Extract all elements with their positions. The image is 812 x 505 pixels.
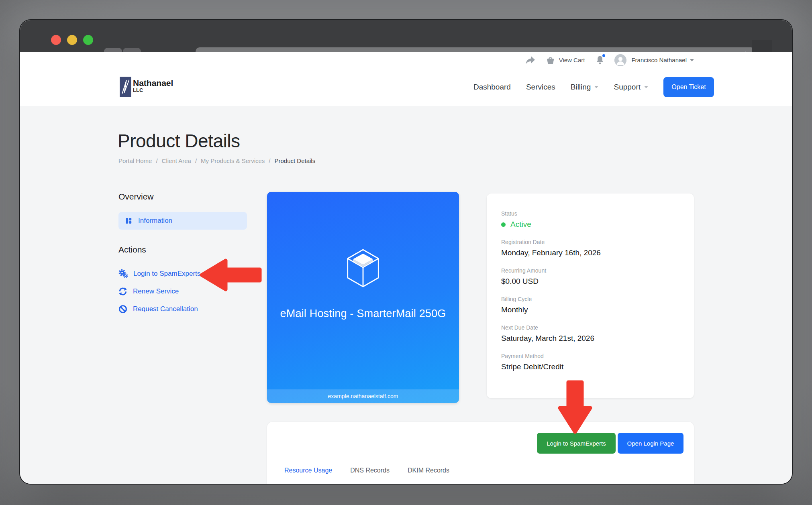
cart-icon[interactable] [545, 55, 555, 65]
detail-tabs: Resource Usage DNS Records DKIM Records [284, 467, 449, 474]
nav-services[interactable]: Services [526, 83, 555, 92]
view-cart-label[interactable]: View Cart [559, 57, 585, 63]
utility-bar: View Cart Francisco Nathanael [20, 52, 792, 68]
tab-resource-usage[interactable]: Resource Usage [284, 467, 332, 474]
action-label: Login to SpamExperts [133, 270, 200, 278]
brand-name: Nathanael [133, 79, 173, 88]
breadcrumb-item[interactable]: Client Area [162, 157, 191, 164]
product-domain-bar: example.nathanaelstaff.com [267, 389, 459, 403]
notification-badge [602, 53, 606, 58]
brand-mark-icon [120, 77, 131, 97]
close-window-button[interactable] [51, 35, 61, 45]
detail-value: $0.00 USD [501, 277, 679, 286]
annotation-arrow-left-icon [198, 257, 264, 293]
breadcrumb-item[interactable]: Portal Home [118, 157, 152, 164]
status-label: Status [501, 210, 679, 217]
notifications-button[interactable] [595, 55, 605, 65]
zoom-window-button[interactable] [83, 35, 93, 45]
breadcrumb-separator: / [269, 157, 270, 164]
detail-value: Stripe Debit/Credit [501, 362, 679, 371]
gears-icon [118, 269, 128, 278]
action-renew-service[interactable]: Renew Service [118, 287, 179, 296]
breadcrumb-current: Product Details [274, 157, 315, 164]
detail-label: Next Due Date [501, 324, 679, 331]
columns-icon [124, 217, 133, 225]
status-value: Active [510, 220, 531, 229]
breadcrumb-separator: / [195, 157, 197, 164]
brand-suffix: LLC [133, 88, 173, 93]
nav-billing[interactable]: Billing [571, 83, 599, 92]
open-login-page-button[interactable]: Open Login Page [618, 433, 683, 454]
user-caret-icon [690, 59, 694, 61]
sidebar-item-label: Information [138, 217, 172, 225]
overview-heading: Overview [118, 192, 154, 202]
chevron-down-icon [594, 86, 598, 88]
breadcrumb-item[interactable]: My Products & Services [201, 157, 265, 164]
chevron-down-icon [644, 86, 648, 88]
product-name: eMail Hosting - SmarterMail 250G [267, 307, 459, 320]
product-domain: example.nathanaelstaff.com [328, 393, 398, 399]
tab-dns-records[interactable]: DNS Records [350, 467, 390, 474]
detail-label: Billing Cycle [501, 296, 679, 302]
login-spamexperts-button[interactable]: Login to SpamExperts [537, 433, 616, 454]
detail-label: Registration Date [501, 239, 679, 245]
main-nav: Dashboard Services Billing Support Open … [473, 68, 714, 106]
detail-label: Recurring Amount [501, 267, 679, 274]
browser-window: View Cart Francisco Nathanael [20, 20, 792, 484]
browser-titlebar [20, 20, 792, 52]
user-icon [614, 54, 626, 66]
page-title: Product Details [118, 130, 240, 152]
brand-logo[interactable]: Nathanael LLC [120, 77, 173, 97]
action-login-spamexperts[interactable]: Login to SpamExperts [118, 269, 200, 278]
status-badge: Active [501, 220, 679, 229]
ban-icon [118, 305, 127, 314]
action-label: Renew Service [133, 287, 179, 295]
user-menu[interactable]: Francisco Nathanael [631, 57, 687, 63]
minimize-window-button[interactable] [67, 35, 77, 45]
package-icon [345, 248, 382, 289]
detail-value: Monday, February 16th, 2026 [501, 248, 679, 257]
sync-icon [118, 287, 127, 296]
detail-value: Saturday, March 21st, 2026 [501, 334, 679, 343]
avatar[interactable] [614, 54, 626, 66]
breadcrumb-separator: / [156, 157, 157, 164]
annotation-arrow-down-icon [557, 380, 593, 435]
product-card: eMail Hosting - SmarterMail 250G example… [267, 192, 459, 403]
open-ticket-button[interactable]: Open Ticket [663, 77, 714, 97]
sidebar-item-information[interactable]: Information [118, 212, 247, 230]
detail-label: Payment Method [501, 353, 679, 359]
details-panel: Status Active Registration Date Monday, … [487, 193, 694, 398]
service-actions-card: Login to SpamExperts Open Login Page Res… [267, 422, 694, 484]
actions-heading: Actions [118, 245, 146, 255]
action-label: Request Cancellation [133, 305, 198, 313]
breadcrumb: Portal Home / Client Area / My Products … [118, 157, 315, 164]
nav-support[interactable]: Support [614, 83, 648, 92]
action-request-cancellation[interactable]: Request Cancellation [118, 305, 198, 314]
share-icon[interactable] [525, 55, 536, 65]
detail-value: Monthly [501, 305, 679, 314]
tab-dkim-records[interactable]: DKIM Records [408, 467, 449, 474]
nav-dashboard[interactable]: Dashboard [473, 83, 511, 92]
status-dot-icon [501, 222, 506, 227]
site-header: Nathanael LLC Dashboard Services Billing… [20, 68, 792, 106]
page-content: Product Details Portal Home / Client Are… [20, 106, 792, 484]
